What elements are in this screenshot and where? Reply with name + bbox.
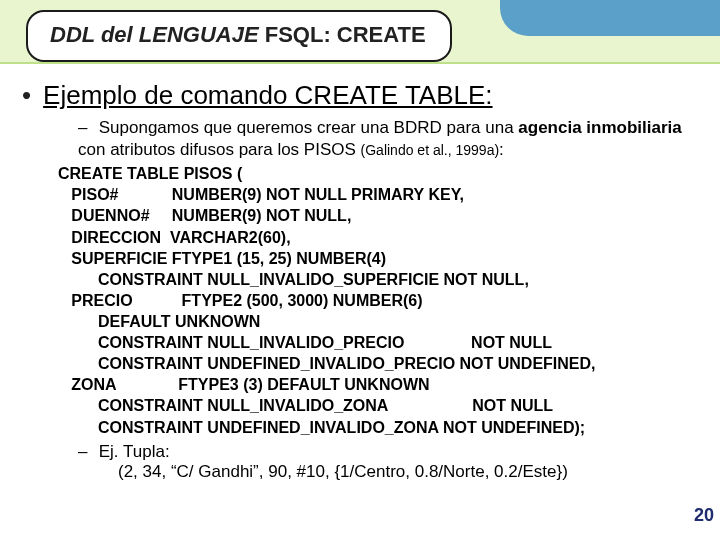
- page-number: 20: [694, 505, 714, 526]
- intro-bold: agencia inmobiliaria: [518, 118, 681, 137]
- example-tuple: (2, 34, “C/ Gandhi”, 90, #10, {1/Centro,…: [118, 462, 700, 482]
- intro-line: – Supongamos que queremos crear una BDRD…: [78, 117, 700, 161]
- citation: (Galindo et al., 1999a): [361, 142, 500, 158]
- main-heading: Ejemplo de comando CREATE TABLE:: [43, 80, 492, 111]
- slide-body: • Ejemplo de comando CREATE TABLE: – Sup…: [22, 80, 700, 482]
- intro-pre: Supongamos que queremos crear una BDRD p…: [99, 118, 519, 137]
- title-ddl: DDL del LENGUAJE: [50, 22, 259, 47]
- example-label-row: – Ej. Tupla:: [78, 442, 700, 462]
- bullet-dot-icon: •: [22, 80, 31, 110]
- dash-icon: –: [78, 117, 94, 139]
- title-rest: FSQL: CREATE: [259, 22, 426, 47]
- dash-icon: –: [78, 442, 94, 462]
- intro-mid: con atributos difusos para los PISOS: [78, 140, 361, 159]
- main-bullet: • Ejemplo de comando CREATE TABLE:: [22, 80, 700, 111]
- slide-title-box: DDL del LENGUAJE FSQL: CREATE: [26, 10, 452, 62]
- example-label: Ej. Tupla:: [99, 442, 170, 461]
- corner-accent: [500, 0, 720, 36]
- intro-colon: :: [499, 140, 504, 159]
- sql-code-block: CREATE TABLE PISOS ( PISO# NUMBER(9) NOT…: [58, 163, 700, 437]
